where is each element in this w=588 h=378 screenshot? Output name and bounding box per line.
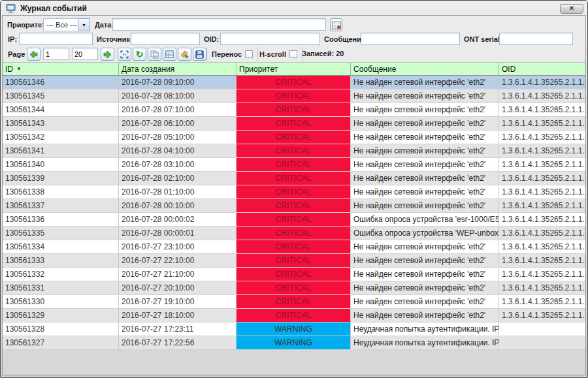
calendar-icon	[332, 21, 341, 29]
column-header-id[interactable]: ID ▼	[3, 63, 119, 75]
priority-badge: CRITICAL	[237, 281, 350, 294]
page-size-input[interactable]	[72, 48, 98, 60]
clear-filter-button[interactable]	[178, 48, 191, 61]
table-row[interactable]: 130561345 2016-07-28 08:10:00 CRITICAL Н…	[3, 89, 585, 103]
cell-priority: CRITICAL	[237, 281, 351, 294]
cell-priority: WARNING	[237, 336, 351, 349]
fit-columns-button[interactable]	[118, 48, 131, 61]
table-row[interactable]: 130561332 2016-07-27 21:10:00 CRITICAL Н…	[3, 268, 585, 281]
close-icon: ✕	[569, 5, 574, 12]
date-filter-input[interactable]	[112, 18, 326, 31]
save-button[interactable]	[193, 48, 206, 61]
table-row[interactable]: 130561336 2016-07-28 00:00:02 CRITICAL О…	[3, 213, 585, 227]
priority-badge: CRITICAL	[237, 213, 350, 226]
cell-message: Не найден сетевой интерфейс 'eth2'	[351, 281, 499, 294]
column-header-priority[interactable]: Приоритет	[237, 63, 351, 75]
cell-created: 2016-07-27 20:10:00	[119, 281, 237, 294]
priority-badge: CRITICAL	[237, 117, 350, 130]
cell-oid: 1.3.6.1.4.1.35265.2.1.1.1.3	[499, 295, 585, 308]
table-row[interactable]: 130561346 2016-07-28 09:10:00 CRITICAL Н…	[3, 76, 585, 89]
priority-filter-label: Приоритет:	[7, 19, 48, 31]
copy-button[interactable]	[148, 48, 161, 61]
window-title: Журнал событий	[20, 4, 87, 13]
column-header-created-label: Дата создания	[122, 65, 174, 74]
cell-priority: CRITICAL	[237, 295, 351, 308]
page-number-input[interactable]	[43, 48, 69, 60]
hscroll-checkbox[interactable]	[289, 50, 297, 58]
cell-created: 2016-07-27 19:10:00	[119, 295, 237, 308]
table-row[interactable]: 130561342 2016-07-28 05:10:00 CRITICAL Н…	[3, 131, 585, 144]
column-header-created[interactable]: Дата создания	[119, 63, 237, 75]
cell-id: 130561336	[3, 213, 119, 226]
table-row[interactable]: 130561341 2016-07-28 04:10:00 CRITICAL Н…	[3, 144, 585, 158]
refresh-button[interactable]: ↻	[133, 48, 146, 61]
cell-message: Неудачная попытка аутентификации. IP: '1…	[351, 336, 499, 349]
column-header-oid[interactable]: OID	[499, 63, 585, 75]
event-journal-window: Журнал событий ✕ Приоритет: --- Все --- …	[0, 0, 588, 378]
message-filter-input[interactable]	[361, 33, 460, 45]
ip-filter-input[interactable]	[19, 33, 93, 45]
cell-id: 130561335	[3, 227, 119, 240]
table-row[interactable]: 130561331 2016-07-27 20:10:00 CRITICAL Н…	[3, 281, 585, 295]
cell-created: 2016-07-27 21:10:00	[119, 268, 237, 281]
cell-priority: CRITICAL	[237, 199, 351, 212]
source-filter-input[interactable]	[131, 33, 200, 45]
cell-id: 130561343	[3, 117, 119, 130]
table-row[interactable]: 130561328 2016-07-27 17:23:11 WARNING Не…	[3, 323, 585, 336]
cell-priority: CRITICAL	[237, 268, 351, 281]
cell-priority: CRITICAL	[237, 254, 351, 267]
column-header-id-label: ID	[5, 65, 13, 74]
cell-created: 2016-07-27 23:10:00	[119, 240, 237, 253]
cell-id: 130561329	[3, 309, 119, 322]
table-row[interactable]: 130561334 2016-07-27 23:10:00 CRITICAL Н…	[3, 240, 585, 254]
table-row[interactable]: 130561329 2016-07-27 18:10:00 CRITICAL Н…	[3, 309, 585, 323]
date-picker-button[interactable]	[330, 18, 342, 31]
cell-created: 2016-07-27 17:23:11	[119, 323, 237, 336]
table-row[interactable]: 130561335 2016-07-28 00:00:01 CRITICAL О…	[3, 227, 585, 240]
table-row[interactable]: 130561343 2016-07-28 06:10:00 CRITICAL Н…	[3, 117, 585, 131]
cell-message: Не найден сетевой интерфейс 'eth2'	[351, 295, 499, 308]
cell-created: 2016-07-27 18:10:00	[119, 309, 237, 322]
oid-filter-input[interactable]	[220, 33, 320, 45]
column-header-oid-label: OID	[502, 65, 515, 74]
wrap-checkbox[interactable]	[245, 50, 253, 58]
table-rows: 130561346 2016-07-28 09:10:00 CRITICAL Н…	[3, 76, 585, 375]
priority-badge: CRITICAL	[237, 76, 350, 89]
table-row[interactable]: 130561339 2016-07-28 02:10:00 CRITICAL Н…	[3, 172, 585, 185]
table-row[interactable]: 130561340 2016-07-28 03:10:00 CRITICAL Н…	[3, 158, 585, 172]
table-header: ID ▼ Дата создания Приоритет Сообщение O…	[3, 63, 585, 76]
sort-desc-icon: ▼	[16, 66, 22, 72]
records-count: Записей: 20	[302, 50, 344, 57]
priority-badge: CRITICAL	[237, 199, 350, 212]
cell-id: 130561328	[3, 323, 119, 336]
close-button[interactable]: ✕	[560, 4, 583, 14]
details-view-button[interactable]	[163, 48, 176, 61]
wrap-group: Перенос	[206, 47, 258, 61]
cell-priority: CRITICAL	[237, 213, 351, 226]
cell-id: 130561339	[3, 172, 119, 185]
cell-id: 130561331	[3, 281, 119, 294]
cell-oid: 1.3.6.1.4.1.35265.2.1.1.1.3	[499, 199, 585, 212]
cell-priority: CRITICAL	[237, 185, 351, 198]
ont-serial-filter-input[interactable]	[499, 33, 573, 45]
cell-id: 130561346	[3, 76, 119, 89]
table-row[interactable]: 130561330 2016-07-27 19:10:00 CRITICAL Н…	[3, 295, 585, 309]
cell-oid	[499, 336, 585, 349]
table-row[interactable]: 130561327 2016-07-27 17:22:56 WARNING Не…	[3, 336, 585, 350]
priority-filter-select[interactable]: --- Все --- ▼	[43, 18, 90, 31]
cell-id: 130561337	[3, 199, 119, 212]
cell-id: 130561338	[3, 185, 119, 198]
column-header-message[interactable]: Сообщение	[351, 63, 499, 75]
priority-filter-value: --- Все ---	[43, 18, 78, 31]
table-row[interactable]: 130561344 2016-07-28 07:10:00 CRITICAL Н…	[3, 103, 585, 117]
cell-message: Не найден сетевой интерфейс 'eth2'	[351, 144, 499, 157]
cell-created: 2016-07-28 01:10:00	[119, 185, 237, 198]
table-row[interactable]: 130561333 2016-07-27 22:10:00 CRITICAL Н…	[3, 254, 585, 268]
next-page-button[interactable]	[101, 48, 114, 61]
cell-message: Не найден сетевой интерфейс 'eth2'	[351, 268, 499, 281]
prev-page-button[interactable]	[27, 48, 41, 61]
table-row[interactable]: 130561337 2016-07-28 00:10:00 CRITICAL Н…	[3, 199, 585, 213]
cell-id: 130561340	[3, 158, 119, 171]
priority-badge: CRITICAL	[237, 144, 350, 157]
table-row[interactable]: 130561338 2016-07-28 01:10:00 CRITICAL Н…	[3, 185, 585, 199]
